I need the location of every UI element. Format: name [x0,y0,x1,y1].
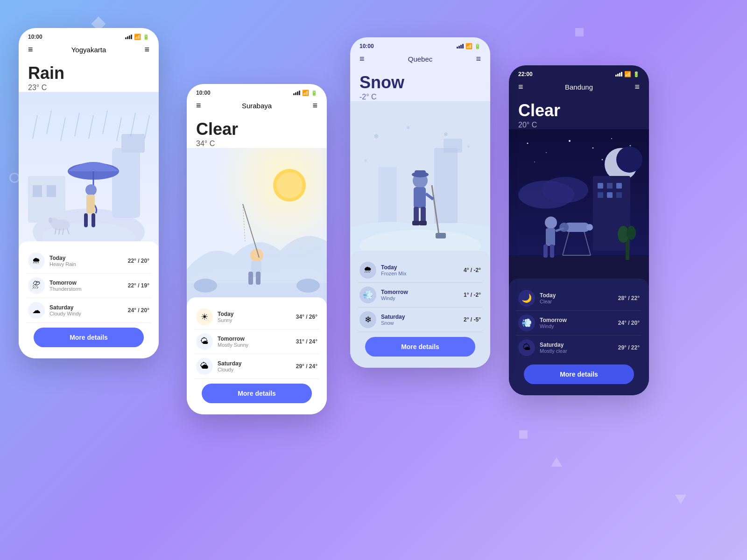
forecast-day-sat-3: Saturday [381,314,464,320]
svg-point-67 [630,145,631,146]
svg-rect-43 [444,139,462,153]
condition-2: Clear [196,120,317,139]
forecast-label-sat-3: Saturday Snow [381,314,464,326]
svg-line-12 [103,111,107,134]
forecast-day-tomorrow-3: Tomorrow [381,289,464,295]
signal-bars-4 [615,72,622,77]
signal-bars-2 [293,91,300,95]
forecast-row-today-2: ☀ Today Sunny 34° / 26° [194,305,319,329]
more-details-btn-1[interactable]: More details [34,328,144,347]
city-name-2: Surabaya [242,102,272,110]
forecast-temps-today-2: 34° / 26° [296,314,317,320]
forecast-temps-sat-4: 29° / 22° [618,344,640,351]
more-details-btn-4[interactable]: More details [524,364,634,384]
svg-point-94 [559,223,569,232]
svg-point-74 [542,177,588,203]
forecast-icon-today-3: 🌨 [359,262,376,279]
status-bar-1: 10:00 📶 🔋 [19,28,159,43]
forecast-icon-tomorrow-2: 🌤 [196,333,213,350]
forecast-temps-today-3: 4° / -2° [464,267,481,273]
svg-rect-60 [436,233,446,238]
menu-left-icon-2[interactable]: ≡ [196,101,201,111]
forecast-row-sat-4: 🌤 Saturday Mostly clear 29° / 22° [516,336,641,360]
forecast-temps-sat-1: 24° / 20° [128,307,149,314]
svg-rect-20 [84,213,88,227]
forecast-temps-tomorrow-2: 31° / 24° [296,338,317,345]
temp-3: -2° C [359,93,481,101]
status-bar-2: 10:00 📶 🔋 [187,84,327,99]
forecast-temps-tomorrow-4: 24° / 20° [618,320,640,326]
deco-triangle-3 [675,495,686,504]
forecast-label-tomorrow-4: Tomorrow Windy [540,317,618,329]
more-details-btn-2[interactable]: More details [202,384,312,403]
forecast-cond-today-4: Clear [540,299,618,304]
weather-header-3: Snow -2° C [350,68,490,101]
forecast-cond-today-2: Sunny [218,317,296,323]
forecast-cond-tomorrow-2: Mostly Sunny [218,342,296,348]
svg-line-8 [47,111,51,134]
forecast-day-today-4: Today [540,292,618,299]
menu-left-icon-3[interactable]: ≡ [359,54,365,64]
svg-rect-42 [434,148,458,232]
forecast-cond-today-1: Heavy Rain [49,261,128,267]
svg-point-86 [545,217,557,229]
forecast-icon-sat-1: ☁ [28,302,45,319]
forecast-temps-tomorrow-3: 1° / -2° [464,292,481,298]
svg-point-18 [85,184,97,196]
forecast-icon-today-2: ☀ [196,308,213,325]
status-icons-2: 📶 🔋 [293,90,317,96]
svg-rect-55 [414,207,419,223]
illustration-sunny [187,148,327,307]
weather-header-1: Rain 23° C [19,58,159,92]
status-bar-4: 22:00 📶 🔋 [509,65,649,80]
svg-rect-38 [256,272,261,285]
status-time-1: 10:00 [28,34,42,40]
battery-icon-3: 🔋 [474,43,481,49]
svg-line-10 [75,113,79,136]
forecast-icon-sat-3: ❄ [359,311,376,328]
forecast-day-today-1: Today [49,255,128,261]
forecast-row-sat-1: ☁ Saturday Cloudy Windy 24° / 20° [26,298,151,323]
temp-4: 20° C [518,121,640,129]
svg-point-68 [534,161,535,162]
svg-rect-2 [121,134,145,153]
city-name-4: Bandung [565,83,593,91]
forecast-panel-3: 🌨 Today Frozen Mix 4° / -2° 💨 Tomorrow W… [350,251,490,368]
menu-left-icon-1[interactable]: ≡ [28,45,33,55]
forecast-cond-sat-1: Cloudy Windy [49,311,128,316]
svg-point-24 [49,217,52,223]
svg-text:❄: ❄ [374,133,379,140]
city-name-1: Yogyakarta [71,46,106,54]
forecast-row-sat-3: ❄ Saturday Snow 2° / -5° [358,308,483,332]
more-details-btn-3[interactable]: More details [365,337,475,357]
forecast-label-sat-1: Saturday Cloudy Windy [49,304,128,316]
menu-right-icon-3[interactable]: ≡ [476,54,481,64]
svg-rect-4 [33,185,42,197]
illustration-rain [19,92,159,251]
status-bar-3: 10:00 📶 🔋 [350,37,490,52]
svg-point-33 [194,279,217,293]
forecast-day-today-2: Today [218,311,296,317]
temp-1: 23° C [28,84,149,92]
svg-text:❄: ❄ [444,131,448,138]
battery-icon-4: 🔋 [633,71,640,77]
forecast-temps-tomorrow-1: 22° / 19° [128,282,149,289]
svg-rect-19 [86,195,95,213]
menu-left-icon-4[interactable]: ≡ [518,82,523,92]
svg-point-66 [611,138,612,139]
svg-line-14 [131,113,135,136]
forecast-cond-sat-3: Snow [381,320,464,326]
forecast-label-today-2: Today Sunny [218,311,296,323]
menu-right-icon-1[interactable]: ≡ [144,45,149,55]
status-icons-3: 📶 🔋 [457,43,481,49]
forecast-label-sat-2: Saturday Cloudy [218,360,296,372]
svg-point-31 [276,172,303,198]
forecast-icon-tomorrow-4: 💨 [518,315,535,331]
condition-3: Snow [359,73,481,92]
menu-right-icon-4[interactable]: ≡ [634,82,640,92]
svg-line-9 [61,118,65,141]
menu-right-icon-2[interactable]: ≡ [312,101,317,111]
phone-snow: 10:00 📶 🔋 ≡ Quebec ≡ Snow -2° C [350,37,490,368]
svg-text:❄: ❄ [364,159,367,163]
forecast-day-today-3: Today [381,264,464,271]
